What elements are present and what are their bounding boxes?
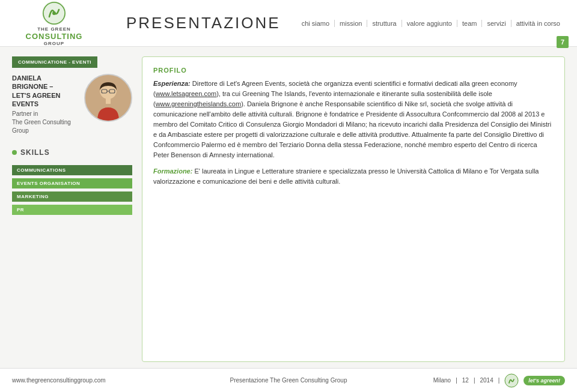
person-photo bbox=[84, 74, 132, 122]
section-tag: COMMUNICATIONE - EVENTI bbox=[12, 56, 97, 68]
skill-events: EVENTS ORGANISATION bbox=[12, 178, 132, 188]
footer-divider1: | bbox=[456, 377, 457, 384]
right-panel: PROFILO Esperienza: Direttore di Let's A… bbox=[142, 56, 565, 362]
lets-agreen-badge: let's agreen! bbox=[524, 376, 565, 385]
header: THE GREEN CONSULTING GROUP PRESENTAZIONE… bbox=[0, 0, 577, 47]
nav-attivita[interactable]: attività in corso bbox=[511, 20, 565, 27]
footer-center: Presentazione The Green Consulting Group bbox=[197, 377, 381, 384]
page-number: 7 bbox=[557, 36, 569, 48]
nav-valore[interactable]: valore aggiunto bbox=[401, 20, 457, 27]
skill-communications: COMMUNICATIONS bbox=[12, 165, 132, 175]
profilo-title: PROFILO bbox=[153, 67, 554, 74]
profile-formazione: Formazione: E' laureata in Lingue e Lett… bbox=[153, 166, 554, 187]
green-dot bbox=[12, 150, 17, 155]
person-avatar-svg bbox=[85, 75, 131, 121]
experienza-content: Direttore di Let's Agreen Events, societ… bbox=[153, 80, 551, 158]
left-panel: COMMUNICATIONE - EVENTI DANIELA BRIGNONE… bbox=[12, 56, 132, 362]
experienza-label: Esperienza: bbox=[153, 80, 191, 87]
skills-dot-line: SKILLS bbox=[12, 143, 132, 161]
formazione-label: Formazione: bbox=[153, 167, 194, 175]
footer-month: 12 bbox=[462, 377, 469, 384]
header-nav: chi siamo mission struttura valore aggiu… bbox=[297, 20, 565, 27]
footer-website: www.thegreenconsultinggroup.com bbox=[12, 377, 197, 384]
logo-group: GROUP bbox=[44, 41, 64, 46]
footer-year: 2014 bbox=[480, 377, 493, 384]
footer-divider2: | bbox=[474, 377, 475, 384]
logo-area: THE GREEN CONSULTING GROUP bbox=[12, 0, 120, 46]
skill-marketing: MARKETING bbox=[12, 191, 132, 202]
svg-point-2 bbox=[52, 11, 56, 15]
main-content: COMMUNICATIONE - EVENTI DANIELA BRIGNONE… bbox=[0, 47, 577, 368]
page-title: PRESENTAZIONE bbox=[126, 14, 281, 32]
footer: www.thegreenconsultinggroup.com Presenta… bbox=[0, 368, 577, 392]
logo-consulting: CONSULTING bbox=[26, 32, 83, 41]
formazione-content: E' laureata in Lingue e Letterature stra… bbox=[153, 167, 539, 185]
footer-location: Milano bbox=[433, 377, 451, 384]
skills-section: SKILLS COMMUNICATIONS EVENTS ORGANISATIO… bbox=[12, 143, 132, 215]
logo-icon bbox=[41, 0, 67, 26]
logo-the: THE GREEN bbox=[37, 26, 71, 32]
nav-mission[interactable]: mission bbox=[334, 20, 367, 27]
footer-right: Milano | 12 | 2014 | let's agreen! bbox=[380, 373, 565, 388]
nav-chi-siamo[interactable]: chi siamo bbox=[297, 20, 334, 27]
person-header: DANIELA BRIGNONE –LET'S AGREEN EVENTS Pa… bbox=[12, 74, 132, 135]
skills-label: SKILLS bbox=[20, 148, 50, 157]
nav-servizi[interactable]: servizi bbox=[481, 20, 510, 27]
footer-divider3: | bbox=[498, 377, 500, 384]
profile-experienza: Esperienza: Direttore di Let's Agreen Ev… bbox=[153, 79, 554, 160]
skill-pr: PR bbox=[12, 205, 132, 215]
svg-rect-8 bbox=[106, 98, 111, 104]
person-role: Partner in The Green Consulting Group bbox=[12, 110, 78, 135]
person-name: DANIELA BRIGNONE –LET'S AGREEN EVENTS bbox=[12, 74, 78, 108]
nav-struttura[interactable]: struttura bbox=[367, 20, 401, 27]
footer-logo-icon bbox=[504, 373, 519, 388]
logo-box: THE GREEN CONSULTING GROUP bbox=[12, 0, 96, 46]
nav-team[interactable]: team bbox=[457, 20, 481, 27]
